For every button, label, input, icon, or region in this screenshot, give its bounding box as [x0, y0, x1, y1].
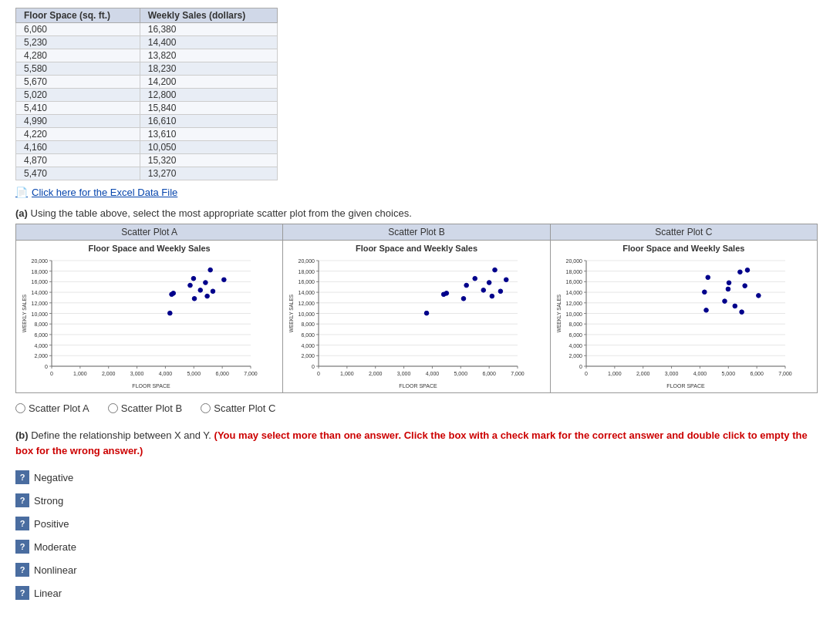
svg-point-129: [504, 278, 509, 282]
svg-point-123: [461, 297, 466, 301]
svg-point-63: [188, 283, 193, 288]
svg-point-185: [706, 275, 710, 280]
checkbox-label-positive: Positive: [34, 518, 69, 530]
svg-point-127: [493, 268, 498, 272]
svg-point-186: [722, 299, 727, 304]
table-cell: 13,820: [140, 49, 277, 62]
checkbox-item-negative[interactable]: ?Negative: [15, 470, 825, 484]
checkbox-box-negative[interactable]: ?: [15, 470, 29, 484]
svg-text:2,000: 2,000: [369, 371, 383, 376]
checkbox-item-nonlinear[interactable]: ?Nonlinear: [15, 563, 825, 577]
checkbox-box-strong[interactable]: ?: [15, 493, 29, 507]
checkbox-label-linear: Linear: [34, 588, 62, 599]
checkbox-box-positive[interactable]: ?: [15, 517, 29, 530]
svg-point-118: [425, 311, 430, 315]
svg-text:WEEKLY SALES: WEEKLY SALES: [556, 294, 562, 332]
svg-text:0: 0: [312, 364, 315, 369]
checkbox-box-nonlinear[interactable]: ?: [15, 563, 29, 577]
svg-text:0: 0: [50, 371, 53, 376]
scatter-a-header: Scatter Plot A: [16, 224, 282, 241]
table-cell: 14,200: [140, 76, 277, 89]
scatter-a-title: Floor Space and Weekly Sales: [19, 244, 279, 253]
svg-text:FLOOR SPACE: FLOOR SPACE: [666, 383, 705, 389]
svg-point-53: [222, 278, 227, 282]
svg-point-128: [498, 289, 503, 294]
svg-text:7,000: 7,000: [778, 371, 792, 376]
scatter-plots-container: Scatter Plot A Floor Space and Weekly Sa…: [15, 224, 818, 393]
radio-input-c[interactable]: [201, 403, 211, 413]
svg-text:6,000: 6,000: [750, 371, 764, 376]
svg-text:14,000: 14,000: [32, 290, 49, 295]
svg-point-61: [170, 292, 174, 297]
svg-text:20,000: 20,000: [299, 258, 315, 264]
svg-text:5,000: 5,000: [721, 371, 735, 376]
table-cell: 13,270: [140, 167, 277, 180]
radio-scatter-b[interactable]: Scatter Plot B: [108, 402, 182, 414]
table-cell: 4,990: [16, 115, 140, 128]
svg-point-184: [703, 308, 708, 313]
checkbox-item-strong[interactable]: ?Strong: [15, 493, 825, 507]
svg-text:1,000: 1,000: [340, 371, 354, 376]
table-cell: 6,060: [16, 23, 140, 36]
svg-text:6,000: 6,000: [483, 371, 497, 376]
svg-point-126: [490, 294, 494, 298]
svg-text:16,000: 16,000: [299, 279, 315, 285]
svg-point-122: [473, 276, 477, 281]
table-cell: 15,320: [140, 154, 277, 167]
checkbox-item-linear[interactable]: ?Linear: [15, 586, 825, 600]
checkbox-item-moderate[interactable]: ?Moderate: [15, 540, 825, 554]
checkbox-box-linear[interactable]: ?: [15, 586, 29, 600]
svg-point-183: [702, 290, 707, 295]
svg-text:10,000: 10,000: [32, 311, 49, 317]
radio-scatter-a[interactable]: Scatter Plot A: [15, 402, 89, 414]
table-cell: 5,470: [16, 167, 140, 180]
svg-text:14,000: 14,000: [299, 290, 315, 295]
svg-text:0: 0: [317, 371, 320, 376]
svg-point-56: [208, 268, 213, 272]
svg-text:3,000: 3,000: [397, 371, 411, 376]
svg-point-60: [191, 276, 196, 281]
table-cell: 4,280: [16, 49, 140, 62]
table-cell: 14,400: [140, 36, 277, 49]
radio-label-c: Scatter Plot C: [214, 402, 275, 414]
svg-point-59: [204, 281, 208, 285]
svg-point-58: [192, 297, 197, 301]
radio-input-a[interactable]: [15, 403, 25, 413]
checkbox-label-strong: Strong: [34, 495, 63, 507]
svg-text:4,000: 4,000: [34, 343, 48, 348]
excel-icon: 📄: [15, 187, 28, 198]
table-cell: 16,610: [140, 115, 277, 128]
svg-text:8,000: 8,000: [568, 322, 582, 327]
scatter-plot-c: Scatter Plot C Floor Space and Weekly Sa…: [551, 224, 817, 392]
svg-point-121: [464, 283, 469, 288]
radio-scatter-c[interactable]: Scatter Plot C: [201, 402, 275, 414]
svg-text:18,000: 18,000: [299, 269, 315, 274]
checkbox-box-moderate[interactable]: ?: [15, 540, 29, 554]
chart-svg: 01,0002,0003,0004,0005,0006,0007,00002,0…: [554, 254, 793, 389]
svg-text:4,000: 4,000: [568, 343, 582, 348]
svg-text:WEEKLY SALES: WEEKLY SALES: [22, 294, 27, 332]
svg-point-194: [756, 294, 761, 298]
table-cell: 13,610: [140, 128, 277, 141]
svg-text:6,000: 6,000: [302, 332, 315, 338]
checkbox-item-positive[interactable]: ?Positive: [15, 517, 825, 530]
data-table: Floor Space (sq. ft.) Weekly Sales (doll…: [15, 8, 278, 180]
excel-link[interactable]: 📄 Click here for the Excel Data File: [15, 187, 825, 198]
svg-point-191: [739, 310, 744, 315]
col-header-floor-space: Floor Space (sq. ft.): [16, 8, 140, 23]
svg-text:0: 0: [45, 364, 48, 369]
svg-point-187: [726, 287, 730, 291]
svg-text:3,000: 3,000: [664, 371, 678, 376]
svg-text:6,000: 6,000: [568, 332, 582, 338]
table-cell: 5,410: [16, 102, 140, 115]
svg-text:16,000: 16,000: [32, 279, 49, 285]
part-a-question: (a) Using the table above, select the mo…: [15, 207, 825, 219]
radio-label-b: Scatter Plot B: [121, 402, 182, 414]
table-cell: 15,840: [140, 102, 277, 115]
svg-text:16,000: 16,000: [565, 279, 582, 285]
radio-input-b[interactable]: [108, 403, 118, 413]
svg-text:0: 0: [585, 371, 588, 376]
svg-text:10,000: 10,000: [299, 311, 315, 317]
checkbox-label-negative: Negative: [34, 472, 73, 483]
svg-text:14,000: 14,000: [565, 290, 582, 295]
